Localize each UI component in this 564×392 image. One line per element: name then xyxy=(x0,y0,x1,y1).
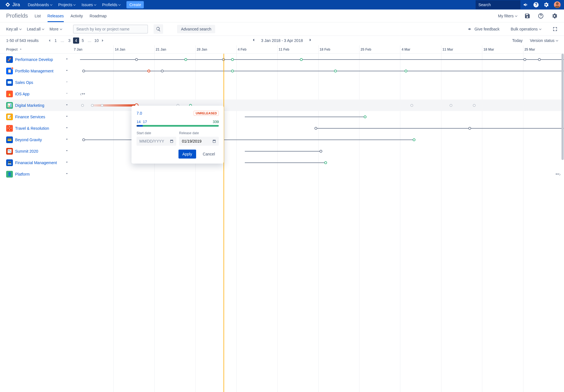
feedback-label: Give feedback xyxy=(474,27,500,31)
release-marker[interactable] xyxy=(523,58,526,61)
project-column-header[interactable]: Project xyxy=(0,45,73,53)
project-name-link[interactable]: Finanacial Management xyxy=(15,160,57,165)
release-marker[interactable] xyxy=(538,58,541,61)
page-3[interactable]: 3 xyxy=(66,37,72,44)
release-marker[interactable] xyxy=(101,104,104,107)
release-marker[interactable] xyxy=(473,104,476,107)
gear-icon[interactable] xyxy=(551,13,558,19)
tab-activity[interactable]: Activity xyxy=(70,10,83,22)
release-date-input[interactable] xyxy=(182,139,210,143)
page-4[interactable]: 4 xyxy=(73,37,79,44)
page-10[interactable]: 10 xyxy=(93,37,100,44)
nav-item-dashboards[interactable]: Dashboards xyxy=(25,1,55,9)
release-marker[interactable] xyxy=(300,58,303,61)
advanced-search-button[interactable]: Advanced search xyxy=(177,25,215,33)
expand-toggle[interactable] xyxy=(65,57,69,62)
release-marker[interactable] xyxy=(161,70,164,72)
release-marker[interactable] xyxy=(82,70,85,72)
jira-logo[interactable]: Jira xyxy=(5,2,20,8)
release-marker[interactable] xyxy=(334,70,337,72)
tab-releases[interactable]: Releases xyxy=(48,10,64,22)
project-name-link[interactable]: Platform xyxy=(15,172,30,176)
timeline-body: 🚀Performance Develop📋Portfolio Managemen… xyxy=(0,54,564,392)
release-marker[interactable] xyxy=(413,138,415,141)
cancel-button[interactable]: Cancel xyxy=(199,150,219,159)
date-prev-button[interactable] xyxy=(251,37,256,43)
today-button[interactable]: Today xyxy=(512,38,523,43)
release-date-field[interactable] xyxy=(179,137,219,146)
my-filters-dropdown[interactable]: My filters xyxy=(498,14,517,18)
release-marker[interactable] xyxy=(82,138,85,141)
filter-more[interactable]: More xyxy=(50,27,62,31)
project-name-link[interactable]: Sales Ops xyxy=(15,80,33,85)
bulk-operations-dropdown[interactable]: Bulk operations xyxy=(511,27,541,31)
chevron-left-icon[interactable] xyxy=(47,38,52,43)
version-status-dropdown[interactable]: Version status xyxy=(530,38,558,43)
release-marker[interactable] xyxy=(364,115,366,118)
timeline-ellipsis-left[interactable]: ‹•• xyxy=(80,91,85,97)
release-marker[interactable] xyxy=(319,150,322,153)
global-search-input[interactable] xyxy=(478,3,527,7)
project-name-link[interactable]: Performance Develop xyxy=(15,57,53,62)
expand-toggle[interactable] xyxy=(65,160,69,165)
expand-toggle[interactable] xyxy=(65,114,69,119)
save-icon[interactable] xyxy=(524,13,530,19)
page-1[interactable]: 1 xyxy=(53,37,59,44)
release-marker[interactable] xyxy=(468,127,471,130)
filter-lead[interactable]: Lead:all xyxy=(27,27,44,31)
fullscreen-icon[interactable] xyxy=(552,26,558,32)
filter-key[interactable]: Key:all xyxy=(6,27,21,31)
help-icon[interactable] xyxy=(538,13,544,19)
expand-toggle[interactable] xyxy=(65,137,69,142)
release-marker[interactable] xyxy=(81,104,84,107)
release-marker[interactable] xyxy=(184,58,187,61)
tab-list[interactable]: List xyxy=(35,10,41,22)
expand-toggle[interactable] xyxy=(65,80,69,85)
date-next-button[interactable] xyxy=(308,37,313,43)
project-search-input[interactable] xyxy=(73,25,148,34)
page-5[interactable]: 5 xyxy=(80,37,86,44)
start-date-field[interactable] xyxy=(137,137,176,146)
nav-item-profields[interactable]: Profields xyxy=(99,1,123,9)
global-search[interactable] xyxy=(476,0,520,9)
project-name-link[interactable]: Beyond Gravity xyxy=(15,138,42,142)
project-name-link[interactable]: Portfolio Management xyxy=(15,69,53,73)
expand-toggle[interactable] xyxy=(65,149,69,154)
release-marker[interactable] xyxy=(147,70,150,72)
expand-toggle[interactable] xyxy=(65,69,69,73)
release-marker[interactable] xyxy=(231,58,234,61)
release-marker[interactable] xyxy=(135,58,138,61)
release-marker[interactable] xyxy=(231,70,234,72)
project-name-link[interactable]: Summit 2020 xyxy=(15,149,38,154)
release-marker[interactable] xyxy=(314,127,317,130)
chevron-right-icon[interactable] xyxy=(100,38,105,43)
project-name-link[interactable]: iOS App xyxy=(15,92,29,96)
expand-toggle[interactable] xyxy=(65,91,69,96)
start-date-input[interactable] xyxy=(139,139,168,143)
project-name-link[interactable]: Digital Marketing xyxy=(15,103,44,108)
expand-toggle[interactable] xyxy=(65,172,69,176)
settings-button[interactable] xyxy=(542,0,551,9)
timeline-ellipsis-right[interactable]: ••› xyxy=(555,171,561,177)
jira-logo-text: Jira xyxy=(12,2,20,8)
help-button[interactable] xyxy=(532,0,540,9)
user-avatar[interactable] xyxy=(554,1,561,8)
release-marker[interactable] xyxy=(324,161,327,164)
announce-button[interactable] xyxy=(521,0,530,9)
nav-item-issues[interactable]: Issues xyxy=(79,1,98,9)
release-marker[interactable] xyxy=(410,104,413,107)
release-marker[interactable] xyxy=(450,104,452,107)
apply-button[interactable]: Apply xyxy=(178,150,196,159)
create-button[interactable]: Create xyxy=(126,1,144,8)
project-name-link[interactable]: Travel & Resolution xyxy=(15,126,49,131)
give-feedback-button[interactable]: Give feedback xyxy=(468,27,500,31)
tab-roadmap[interactable]: Roadmap xyxy=(90,10,107,22)
project-name-link[interactable]: Finance Services xyxy=(15,115,45,119)
expand-toggle[interactable] xyxy=(65,126,69,131)
release-marker[interactable] xyxy=(91,104,94,107)
expand-toggle[interactable] xyxy=(65,103,69,108)
release-marker[interactable] xyxy=(405,70,407,72)
nav-item-projects[interactable]: Projects xyxy=(55,1,78,9)
scrollbar[interactable] xyxy=(561,54,564,160)
project-search-button[interactable] xyxy=(154,24,163,34)
